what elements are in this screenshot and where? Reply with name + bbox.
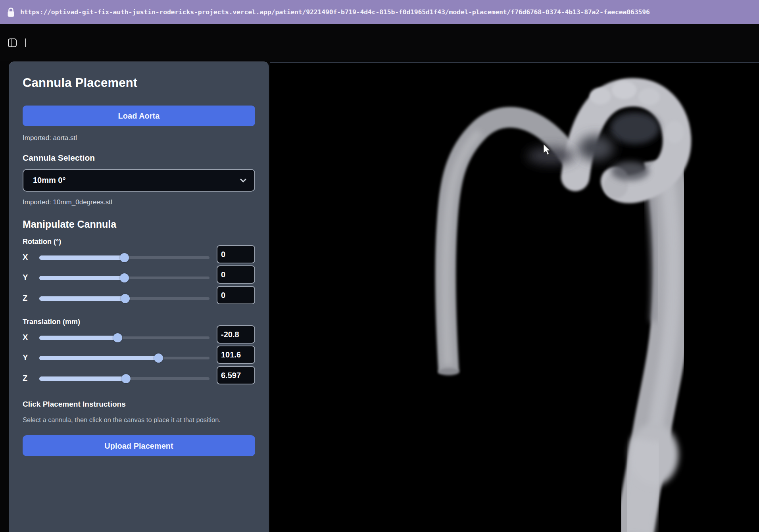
cannula-select[interactable]: 10mm 0° <box>23 169 255 192</box>
axis-label-z: Z <box>23 294 27 303</box>
translation-y-row: Y <box>23 349 255 367</box>
rotation-x-row: X <box>23 249 255 267</box>
header-divider <box>25 38 26 47</box>
rotation-z-row: Z <box>23 290 255 308</box>
slider-thumb[interactable] <box>121 294 130 303</box>
translation-z-slider[interactable] <box>39 376 209 382</box>
lock-icon <box>7 7 15 18</box>
click-placement-instructions-heading: Click Placement Instructions <box>23 400 126 409</box>
rotation-z-slider[interactable] <box>39 296 209 302</box>
model-canvas[interactable] <box>270 62 759 532</box>
slider-thumb[interactable] <box>120 253 129 262</box>
slider-thumb[interactable] <box>120 273 129 282</box>
load-aorta-button[interactable]: Load Aorta <box>23 106 255 126</box>
slider-thumb[interactable] <box>121 374 131 383</box>
sidebar-toggle-icon[interactable] <box>8 38 17 47</box>
panel-title: Cannula Placement <box>23 76 137 90</box>
rotation-y-value-input[interactable] <box>217 265 255 284</box>
rotation-section-label: Rotation (°) <box>23 238 61 246</box>
translation-section-label: Translation (mm) <box>23 318 80 326</box>
axis-label-x: X <box>23 333 28 342</box>
slider-thumb[interactable] <box>154 353 163 363</box>
axis-label-x: X <box>23 253 28 262</box>
cannula-select-value: 10mm 0° <box>33 176 66 185</box>
axis-label-z: Z <box>23 374 27 383</box>
rotation-z-value-input[interactable] <box>217 286 255 304</box>
app-window: https://optivad-git-fix-auth-justin-rode… <box>0 0 759 532</box>
rotation-x-value-input[interactable] <box>217 245 255 263</box>
slider-thumb[interactable] <box>113 333 122 342</box>
translation-z-row: Z <box>23 370 255 388</box>
translation-y-slider[interactable] <box>39 355 209 361</box>
chevron-down-icon <box>240 179 246 182</box>
rotation-x-slider[interactable] <box>39 255 209 261</box>
app-header <box>0 24 759 61</box>
rotation-y-slider[interactable] <box>39 275 209 281</box>
manipulate-cannula-heading: Manipulate Cannula <box>23 219 116 230</box>
imported-aorta-label: Imported: aorta.stl <box>23 134 77 142</box>
browser-url-bar[interactable]: https://optivad-git-fix-auth-justin-rode… <box>0 0 759 24</box>
url-text[interactable]: https://optivad-git-fix-auth-justin-rode… <box>20 8 650 16</box>
axis-label-y: Y <box>23 353 28 362</box>
upload-placement-button[interactable]: Upload Placement <box>23 435 255 456</box>
translation-x-row: X <box>23 329 255 347</box>
aorta-3d-model <box>270 63 759 532</box>
translation-x-value-input[interactable] <box>217 325 255 344</box>
rotation-y-row: Y <box>23 269 255 287</box>
cannula-placement-panel: Cannula Placement Load Aorta Imported: a… <box>9 61 269 532</box>
translation-x-slider[interactable] <box>39 335 209 341</box>
instructions-text: Select a cannula, then click on the canv… <box>23 416 245 424</box>
translation-y-value-input[interactable] <box>217 346 255 364</box>
cannula-selection-heading: Cannula Selection <box>23 153 95 163</box>
imported-cannula-label: Imported: 10mm_0degrees.stl <box>23 198 112 206</box>
axis-label-y: Y <box>23 273 28 282</box>
translation-z-value-input[interactable] <box>217 366 255 384</box>
